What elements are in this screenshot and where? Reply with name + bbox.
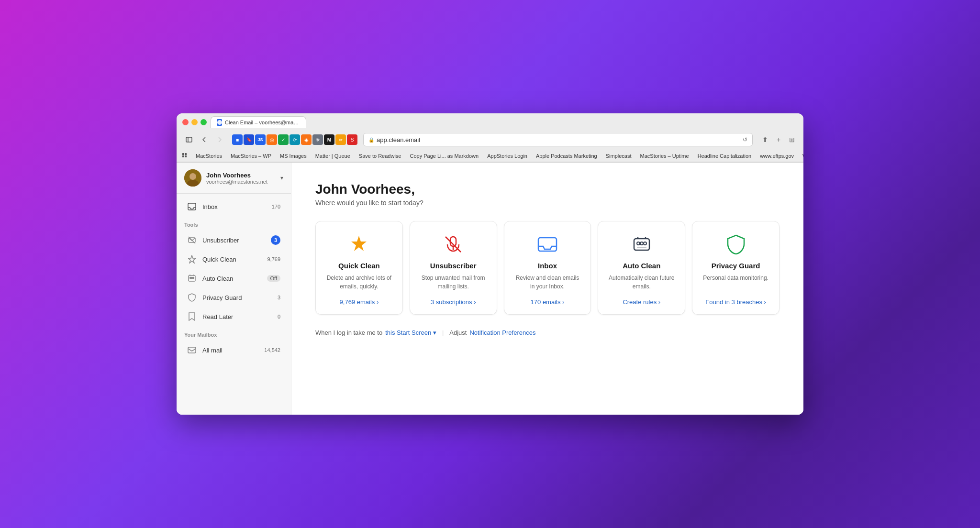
card-quick-clean[interactable]: Quick Clean Delete and archive lots of e… — [315, 221, 403, 315]
sidebar-item-inbox[interactable]: Inbox 170 — [179, 198, 288, 216]
bookmark-8[interactable]: Simplecast — [602, 152, 635, 160]
ext-icon-6[interactable]: ⟳ — [290, 134, 300, 145]
bookmark-7[interactable]: Apple Podcasts Marketing — [532, 152, 601, 160]
ext-icon-9[interactable]: M — [324, 134, 334, 145]
privacy-guard-card-desc: Personal data monitoring. — [703, 274, 768, 291]
card-inbox[interactable]: Inbox Review and clean emails in your In… — [504, 221, 591, 315]
bookmark-4[interactable]: Save to Readwise — [355, 152, 405, 160]
close-button[interactable] — [182, 119, 189, 125]
welcome-heading: John Voorhees, — [315, 182, 780, 197]
sidebar-item-read-later[interactable]: Read Later 0 — [179, 308, 288, 326]
svg-marker-13 — [188, 255, 196, 263]
bookmark-11[interactable]: www.eftps.gov — [756, 152, 798, 160]
ext-icon-4[interactable]: ◎ — [267, 134, 277, 145]
share-button[interactable]: ⬆ — [759, 134, 771, 145]
svg-rect-4 — [185, 153, 187, 155]
sidebar-item-unsubscriber[interactable]: Unsubscriber 3 — [179, 231, 288, 249]
split-view-button[interactable]: ⊞ — [786, 134, 798, 145]
apps-grid-icon[interactable] — [182, 152, 188, 160]
traffic-lights — [182, 119, 207, 125]
auto-clean-label: Auto Clean — [202, 275, 261, 282]
footer-adjust-label: Adjust — [449, 329, 467, 336]
sidebar-item-auto-clean[interactable]: Auto Clean Off — [179, 269, 288, 287]
ext-icon-rss[interactable]: ◉ — [301, 134, 312, 145]
svg-point-17 — [193, 277, 194, 279]
ext-icon-8[interactable]: ❋ — [312, 134, 323, 145]
bookmark-3[interactable]: Matter | Queue — [312, 152, 354, 160]
card-unsubscriber[interactable]: Unsubscriber Stop unwanted mail from mai… — [410, 221, 497, 315]
bookmark-10[interactable]: Headline Capitalization — [694, 152, 756, 160]
url-bar[interactable]: 🔒 app.clean.email ↺ — [363, 133, 753, 146]
privacy-guard-card-link[interactable]: Found in 3 breaches › — [705, 298, 766, 306]
maximize-button[interactable] — [200, 119, 207, 125]
user-name: John Voorhees — [206, 172, 276, 179]
inbox-label: Inbox — [202, 203, 266, 210]
sidebar-item-privacy-guard[interactable]: Privacy Guard 3 — [179, 288, 288, 307]
footer-separator: | — [442, 329, 444, 336]
svg-rect-3 — [182, 153, 184, 155]
inbox-card-icon — [536, 233, 559, 256]
unsubscriber-card-icon — [442, 233, 465, 256]
browser-tab[interactable]: Clean Email – voorhees@macstories.net — [211, 116, 306, 128]
forward-button[interactable] — [213, 134, 226, 145]
new-tab-button[interactable]: + — [773, 134, 784, 145]
all-mail-label: All mail — [202, 347, 258, 354]
svg-point-8 — [189, 173, 196, 180]
url-text: app.clean.email — [377, 136, 420, 143]
app-content: John Voorhees voorhees@macstories.net ▾ … — [177, 163, 803, 415]
bookmark-9[interactable]: MacStories – Uptime — [636, 152, 693, 160]
tab-title: Clean Email – voorhees@macstories.net — [225, 120, 300, 125]
bookmark-2[interactable]: MS Images — [276, 152, 311, 160]
sidebar-item-all-mail[interactable]: All mail 14,542 — [179, 341, 288, 359]
svg-point-26 — [637, 242, 640, 245]
bookmark-1[interactable]: MacStories – WP — [227, 152, 275, 160]
read-later-count: 0 — [278, 314, 280, 319]
notification-preferences-link[interactable]: Notification Preferences — [469, 329, 535, 336]
ext-icon-11[interactable]: S — [347, 134, 357, 145]
unsubscriber-card-title: Unsubscriber — [430, 262, 477, 270]
inbox-card-link[interactable]: 170 emails › — [531, 298, 565, 306]
svg-rect-6 — [185, 155, 187, 157]
privacy-guard-card-title: Privacy Guard — [712, 262, 760, 270]
ext-icon-5[interactable]: ✓ — [278, 134, 289, 145]
lock-icon: 🔒 — [368, 137, 374, 143]
user-profile[interactable]: John Voorhees voorhees@macstories.net ▾ — [177, 163, 291, 194]
auto-clean-card-link[interactable]: Create rules › — [623, 298, 660, 306]
bookmark-12[interactable]: WSJ Puzzles – WSJ — [799, 152, 803, 160]
card-privacy-guard[interactable]: Privacy Guard Personal data monitoring. … — [692, 221, 780, 315]
ext-icon-1[interactable]: ■ — [232, 134, 243, 145]
quick-clean-card-link[interactable]: 9,769 emails › — [340, 298, 379, 306]
back-button[interactable] — [198, 134, 211, 145]
privacy-guard-card-icon — [724, 233, 747, 256]
account-chevron-icon: ▾ — [280, 175, 283, 181]
sidebar-item-quick-clean[interactable]: Quick Clean 9,769 — [179, 250, 288, 268]
svg-point-27 — [640, 242, 643, 245]
bookmark-6[interactable]: AppStories Login — [483, 152, 531, 160]
reload-button[interactable]: ↺ — [743, 136, 747, 143]
inbox-card-title: Inbox — [538, 262, 557, 270]
bookmark-0[interactable]: MacStories — [192, 152, 226, 160]
minimize-button[interactable] — [191, 119, 198, 125]
browser-chrome: Clean Email – voorhees@macstories.net — [177, 113, 803, 163]
ext-icon-2[interactable]: 🔖 — [244, 134, 254, 145]
card-auto-clean[interactable]: Auto Clean Automatically clean future em… — [598, 221, 685, 315]
auto-clean-badge: Off — [267, 275, 280, 282]
nav-controls — [182, 134, 226, 145]
ext-icon-10[interactable]: ✏ — [335, 134, 346, 145]
browser-action-buttons: ⬆ + ⊞ — [759, 134, 798, 145]
welcome-subheading: Where would you like to start today? — [315, 199, 780, 207]
tools-section-label: Tools — [177, 216, 291, 231]
auto-clean-card-icon — [630, 233, 653, 256]
read-later-label: Read Later — [202, 313, 272, 320]
ext-icon-3[interactable]: JS — [255, 134, 266, 145]
user-info: John Voorhees voorhees@macstories.net — [206, 172, 276, 185]
bookmark-5[interactable]: Copy Page Li... as Markdown — [406, 152, 482, 160]
start-screen-link[interactable]: this Start Screen ▾ — [385, 329, 436, 336]
unsubscriber-card-link[interactable]: 3 subscriptions › — [431, 298, 476, 306]
privacy-guard-count: 3 — [278, 295, 280, 300]
footer-prefix: When I log in take me to — [315, 329, 382, 336]
quick-clean-count: 9,769 — [267, 256, 280, 262]
svg-rect-5 — [182, 155, 184, 157]
svg-point-28 — [644, 242, 646, 245]
sidebar-toggle-button[interactable] — [182, 134, 196, 145]
